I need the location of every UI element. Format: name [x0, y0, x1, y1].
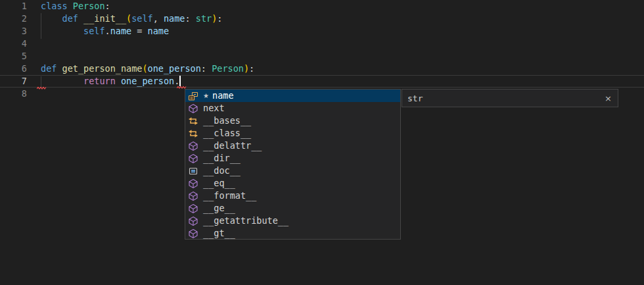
code-token: = [131, 26, 147, 36]
line-number: 5 [0, 50, 27, 63]
suggestion-item[interactable]: next [185, 102, 400, 115]
suggestion-label: __gt__ [203, 227, 235, 240]
suggestion-label: __doc__ [203, 165, 241, 177]
suggestion-label: __class__ [203, 127, 251, 140]
code-token: ) [244, 63, 249, 74]
code-line-content: class Person: [27, 0, 644, 13]
suggestion-label: __dir__ [203, 152, 241, 165]
code-line[interactable]: 3 self.name = name [0, 25, 644, 38]
error-squiggle [37, 86, 47, 90]
code-line[interactable]: 5 [0, 50, 644, 63]
code-token: : [105, 1, 110, 11]
code-line[interactable]: 7 return one_person. [0, 75, 644, 88]
constant-icon [188, 166, 198, 176]
suggestion-item[interactable]: __eq__ [185, 177, 400, 190]
method-icon [188, 228, 198, 239]
suggestion-label: __bases__ [203, 115, 251, 127]
suggestion-item[interactable]: __getattribute__ [185, 215, 400, 227]
text-cursor [179, 76, 181, 86]
code-token [41, 26, 83, 36]
code-token: self [131, 13, 153, 24]
code-line[interactable]: 6def get_person_name(one_person: Person)… [0, 63, 644, 75]
code-line-content: def __init__(self, name: str): [27, 13, 644, 25]
line-number: 1 [0, 0, 27, 13]
code-line-content: return one_person. [27, 76, 644, 87]
code-area: 1class Person:2 def __init__(self, name:… [0, 0, 644, 100]
close-icon[interactable]: × [599, 92, 618, 105]
code-token: def [41, 63, 62, 74]
line-number: 6 [0, 63, 27, 75]
method-icon [188, 216, 198, 226]
code-token: __init__ [83, 13, 126, 24]
code-token: ( [142, 63, 147, 74]
code-token: one_person [148, 63, 201, 74]
method-icon [188, 153, 198, 164]
code-token: self [83, 26, 105, 36]
code-token: get_person_name [62, 63, 143, 74]
suggestion-detail-pane: str × [402, 89, 618, 107]
method-icon [188, 103, 198, 114]
arrows-icon [188, 116, 198, 126]
suggestion-item[interactable]: __dir__ [185, 152, 400, 165]
code-token: : [217, 13, 222, 24]
suggestion-item[interactable]: __doc__ [185, 165, 400, 177]
suggestion-label: next [203, 102, 225, 115]
code-line[interactable]: 4 [0, 38, 644, 50]
code-line-content: def get_person_name(one_person: Person): [27, 63, 644, 75]
code-line[interactable]: 1class Person: [0, 0, 644, 13]
suggestion-item[interactable]: __class__ [185, 127, 400, 140]
code-token: name [164, 13, 185, 24]
method-icon [188, 178, 198, 189]
code-token: . [174, 76, 179, 86]
suggestion-label: __eq__ [203, 177, 235, 190]
code-token: : [185, 13, 196, 24]
code-token: : [249, 63, 254, 74]
suggestion-item[interactable]: __bases__ [185, 115, 400, 127]
star-icon: ★ [203, 90, 212, 102]
suggestion-item[interactable]: ★name [185, 90, 400, 102]
code-line-content: self.name = name [27, 25, 644, 38]
field-icon [188, 91, 198, 101]
line-number: 7 [0, 76, 27, 87]
code-token: def [62, 13, 84, 24]
code-token: return [83, 76, 121, 86]
code-token: Person [212, 63, 244, 74]
code-token: Person [73, 1, 105, 11]
line-number: 4 [0, 38, 27, 50]
line-number: 2 [0, 13, 27, 25]
suggestion-type-label: str [402, 92, 599, 105]
code-token: . [105, 26, 110, 36]
method-icon [188, 191, 198, 201]
method-icon [188, 141, 198, 151]
code-token: : [201, 63, 212, 74]
code-token: , [153, 13, 164, 24]
indent-guide [41, 13, 41, 39]
code-token: ( [126, 13, 131, 24]
suggestion-label: __format__ [203, 190, 256, 202]
code-line[interactable]: 2 def __init__(self, name: str): [0, 13, 644, 25]
code-token: class [41, 1, 73, 11]
suggestion-label: name [212, 90, 234, 102]
suggestion-item[interactable]: __delattr__ [185, 140, 400, 152]
code-token: name [110, 26, 132, 36]
code-line-content [27, 50, 644, 63]
code-token [41, 13, 62, 24]
line-number: 8 [0, 88, 27, 100]
suggestion-item[interactable]: __format__ [185, 190, 400, 202]
code-token: name [148, 26, 170, 36]
code-editor[interactable]: 1class Person:2 def __init__(self, name:… [0, 0, 644, 285]
suggestion-item[interactable]: __ge__ [185, 202, 400, 215]
code-token: str [196, 13, 212, 24]
method-icon [188, 203, 198, 214]
code-token: one_person [121, 76, 174, 86]
code-token [41, 76, 83, 86]
line-number: 3 [0, 25, 27, 38]
suggestion-label: __delattr__ [203, 140, 262, 152]
suggestion-label: __getattribute__ [203, 215, 288, 227]
arrows-icon [188, 128, 198, 139]
suggestion-label: __ge__ [203, 202, 235, 215]
code-line-content [27, 38, 644, 50]
suggestion-list[interactable]: ★namenext__bases____class____delattr____… [185, 89, 401, 240]
suggestion-item[interactable]: __gt__ [185, 227, 400, 240]
